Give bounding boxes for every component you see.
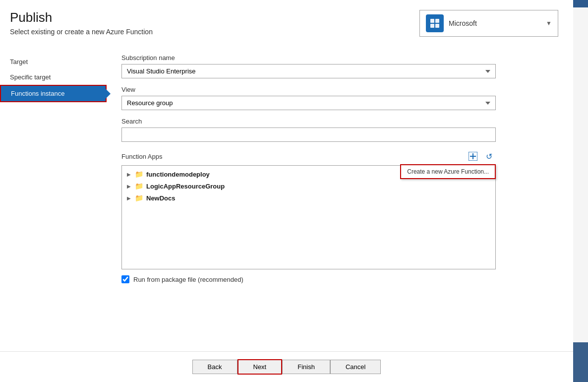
folder-icon: 📁 (135, 170, 143, 178)
chevron-icon: ▶ (127, 195, 133, 201)
subscription-select[interactable]: Visual Studio Enterprise (121, 64, 496, 78)
account-name: Microsoft (449, 19, 546, 27)
sidebar-item-target[interactable]: Target (0, 54, 107, 69)
tree-item-logicappresourcegroup[interactable]: ▶ 📁 LogicAppResourceGroup (122, 180, 495, 192)
function-apps-actions: ↺ Create a new Azure Function... (466, 149, 496, 163)
subscription-label: Subscription name (121, 54, 558, 62)
nav-sidebar: Target Specific target Functions instanc… (0, 49, 107, 346)
sidebar-bottom-accent (573, 342, 588, 382)
checkbox-row: Run from package file (recommended) (121, 275, 496, 283)
footer: Back Next Finish Cancel (0, 351, 573, 382)
chevron-icon: ▶ (127, 184, 133, 189)
header-left: Publish Select existing or create a new … (10, 10, 419, 36)
create-tooltip: Create a new Azure Function... (400, 164, 496, 179)
svg-rect-3 (435, 24, 439, 28)
sidebar-item-functions-instance[interactable]: Functions instance (0, 85, 107, 102)
search-group: Search (121, 118, 558, 142)
refresh-button[interactable]: ↺ (482, 149, 496, 163)
tree-item-name: LogicAppResourceGroup (146, 183, 225, 190)
folder-icon: 📁 (135, 194, 143, 202)
checkbox-label: Run from package file (recommended) (133, 276, 243, 283)
chevron-icon: ▶ (127, 172, 133, 177)
search-input[interactable] (121, 127, 496, 142)
svg-rect-1 (435, 19, 439, 23)
view-group: View Resource groupLocationType (121, 86, 558, 110)
page-title: Publish (10, 10, 419, 25)
account-dropdown-arrow: ▼ (546, 20, 552, 27)
tree-item-name: NewDocs (146, 194, 176, 202)
svg-rect-0 (430, 19, 434, 23)
body-layout: Target Specific target Functions instanc… (0, 44, 573, 351)
header: Publish Select existing or create a new … (0, 0, 573, 44)
run-from-package-checkbox[interactable] (121, 275, 129, 283)
subscription-group: Subscription name Visual Studio Enterpri… (121, 54, 558, 78)
form-area: Subscription name Visual Studio Enterpri… (107, 49, 573, 346)
header-right: Microsoft ▼ (419, 10, 558, 37)
function-apps-tree[interactable]: ▶ 📁 functiondemodeploy ▶ 📁 LogicAppResou… (121, 165, 496, 269)
svg-rect-2 (430, 24, 434, 28)
tree-item-name: functiondemodeploy (146, 171, 210, 178)
search-label: Search (121, 118, 558, 125)
folder-icon: 📁 (135, 182, 143, 190)
right-sidebar (573, 0, 588, 382)
sidebar-mid (573, 7, 588, 342)
account-selector[interactable]: Microsoft ▼ (419, 10, 558, 37)
function-apps-label: Function Apps (121, 153, 162, 160)
account-icon (426, 14, 444, 32)
create-new-button[interactable] (466, 149, 480, 163)
view-label: View (121, 86, 558, 93)
cancel-button[interactable]: Cancel (330, 360, 381, 374)
finish-button[interactable]: Finish (282, 360, 330, 374)
view-select[interactable]: Resource groupLocationType (121, 96, 496, 110)
function-apps-header: Function Apps ↺ Create a new Azure Funct… (121, 149, 496, 163)
next-button[interactable]: Next (237, 359, 283, 375)
sidebar-item-specific-target[interactable]: Specific target (0, 69, 107, 85)
sidebar-top-accent (573, 0, 588, 7)
tree-item-newdocs[interactable]: ▶ 📁 NewDocs (122, 192, 495, 204)
back-button[interactable]: Back (192, 360, 237, 374)
page-subtitle: Select existing or create a new Azure Fu… (10, 28, 419, 36)
